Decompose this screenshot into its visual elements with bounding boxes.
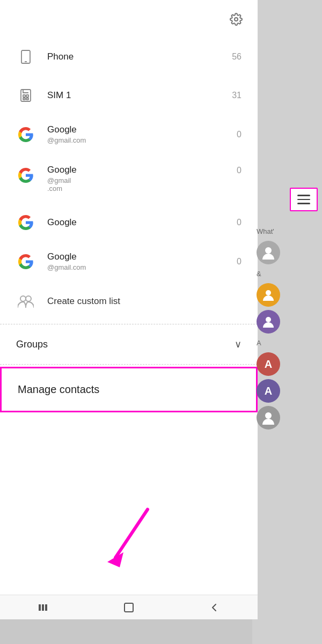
source-item-google1[interactable]: Google @gmail.com 0 (0, 115, 258, 154)
chevron-down-icon: ∨ (235, 338, 241, 350)
svg-rect-12 (45, 604, 47, 611)
contact-avatar-photo[interactable] (257, 241, 280, 264)
create-custom-list-label: Create custom list (47, 296, 120, 307)
source-email-google2-part1: @gmail (47, 176, 71, 184)
amp-label: & (257, 268, 318, 280)
source-email-google4: @gmail.com (47, 263, 231, 271)
source-name-google2: Google (47, 165, 231, 175)
sim-icon (16, 86, 35, 105)
source-info-sim1: SIM 1 (47, 90, 226, 101)
groups-label: Groups (16, 339, 235, 350)
svg-point-0 (235, 18, 238, 21)
people-icon (16, 292, 35, 311)
recent-apps-button[interactable] (30, 598, 56, 617)
section-a-label: A (257, 337, 318, 349)
right-panel: What' & A A (252, 0, 322, 644)
create-custom-list-item[interactable]: Create custom list (0, 281, 258, 322)
source-item-phone[interactable]: Phone 56 (0, 38, 258, 76)
source-name-google4: Google (47, 251, 231, 262)
svg-point-17 (266, 290, 271, 295)
settings-button[interactable] (226, 10, 246, 29)
svg-rect-6 (23, 98, 25, 100)
svg-point-19 (265, 412, 272, 419)
source-count-sim1: 31 (232, 91, 241, 100)
svg-point-18 (266, 317, 271, 322)
whats-label: What' (257, 225, 318, 238)
divider-bottom (0, 364, 258, 365)
google-icon-1 (16, 125, 35, 144)
svg-rect-13 (125, 603, 133, 612)
source-name-sim1: SIM 1 (47, 90, 226, 101)
svg-rect-10 (39, 604, 41, 611)
contact-avatar-red[interactable]: A (257, 352, 280, 376)
hamburger-line-3 (297, 203, 310, 204)
phone-icon (16, 47, 35, 66)
avatar-letter-a1: A (265, 358, 272, 371)
nav-bar (0, 595, 258, 619)
source-email-google1: @gmail.com (47, 136, 231, 144)
hamburger-line-2 (297, 199, 310, 201)
svg-point-9 (26, 296, 31, 301)
right-contacts-panel: What' & A A (252, 220, 322, 438)
svg-point-8 (20, 296, 26, 301)
google-icon-4 (16, 252, 35, 271)
source-count-phone: 56 (232, 52, 241, 62)
groups-row[interactable]: Groups ∨ (0, 327, 258, 362)
source-info-phone: Phone (47, 51, 226, 62)
source-count-google3: 0 (237, 218, 241, 227)
contact-avatar-purple[interactable] (257, 310, 280, 334)
back-button[interactable] (201, 598, 228, 617)
source-count-google4: 0 (237, 257, 241, 267)
source-item-google2[interactable]: Google @gmail .com 0 (0, 154, 258, 203)
svg-rect-5 (26, 95, 28, 97)
svg-rect-4 (23, 95, 25, 97)
svg-rect-11 (42, 604, 44, 611)
google-icon-2 (16, 166, 35, 185)
source-item-google4[interactable]: Google @gmail.com 0 (0, 242, 258, 281)
source-count-google1: 0 (237, 130, 241, 139)
source-name-phone: Phone (47, 51, 226, 62)
google-icon-3 (16, 213, 35, 232)
source-info-google4: Google @gmail.com (47, 251, 231, 271)
source-list: Phone 56 SIM 1 31 (0, 0, 258, 322)
divider-top (0, 324, 258, 324)
source-info-google1: Google @gmail.com (47, 124, 231, 144)
hamburger-line-1 (297, 195, 310, 196)
source-item-sim1[interactable]: SIM 1 31 (0, 76, 258, 115)
source-info-google3: Google (47, 217, 231, 228)
avatar-letter-a2: A (265, 385, 272, 397)
manage-contacts-label: Manage contacts (18, 383, 99, 395)
source-info-google2: Google @gmail .com (47, 165, 231, 193)
source-name-google3: Google (47, 217, 231, 228)
main-panel: Phone 56 SIM 1 31 (0, 0, 258, 619)
manage-contacts-button[interactable]: Manage contacts (0, 367, 258, 412)
source-item-google3[interactable]: Google 0 (0, 203, 258, 242)
contact-avatar-blue-purple[interactable]: A (257, 379, 280, 403)
hamburger-menu-button[interactable] (290, 188, 318, 211)
contact-avatar-photo2[interactable] (257, 406, 280, 430)
svg-rect-3 (21, 90, 31, 101)
source-name-google1: Google (47, 124, 231, 135)
svg-point-16 (265, 247, 272, 254)
source-email-google2-part2: .com (47, 184, 62, 193)
svg-rect-7 (26, 98, 28, 100)
home-button[interactable] (115, 598, 142, 617)
contact-avatar-orange[interactable] (257, 283, 280, 307)
source-count-google2: 0 (237, 166, 241, 175)
